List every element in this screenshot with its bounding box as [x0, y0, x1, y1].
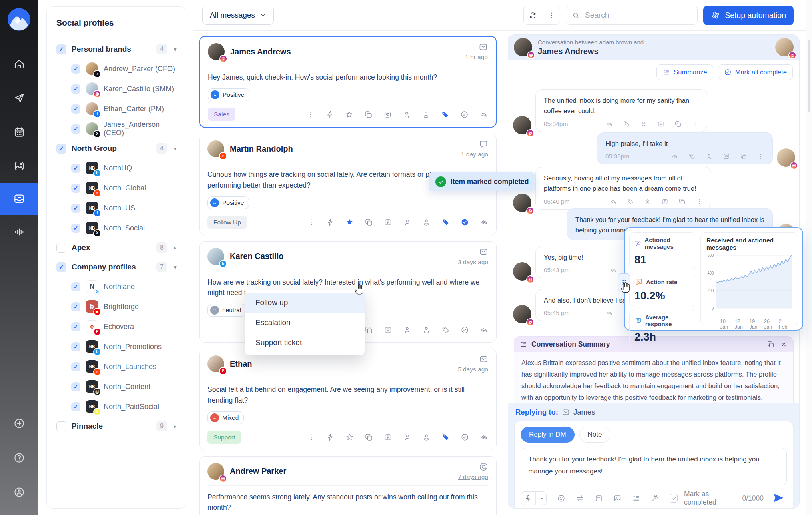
person-action-icon[interactable]	[706, 153, 713, 160]
bolt-action-icon[interactable]	[326, 218, 335, 226]
menu-item-escalation[interactable]: Escalation	[245, 313, 365, 333]
profile-item-row[interactable]: ✓ NB@ North_Content	[56, 377, 178, 397]
refresh-button[interactable]	[524, 6, 542, 24]
template-icon[interactable]	[632, 494, 640, 503]
profile-checkbox[interactable]: ✓	[71, 184, 80, 193]
message-time[interactable]: 7 days ago	[458, 473, 488, 481]
profile-checkbox[interactable]: ✓	[71, 124, 80, 134]
profile-item-row[interactable]: ✓ eP Echovera	[56, 317, 178, 337]
profile-item-row[interactable]: ✓ ♪ Andrew_Parker (CFO)	[56, 59, 178, 79]
group-checkbox[interactable]: ✓	[56, 262, 66, 272]
reply-action-icon[interactable]	[480, 218, 488, 226]
nav-inbox-icon[interactable]	[0, 183, 38, 215]
nav-publish-icon[interactable]	[0, 81, 38, 115]
star-action-icon[interactable]	[345, 110, 353, 119]
copy-action-icon[interactable]	[365, 433, 373, 441]
bolt-action-icon[interactable]	[326, 110, 334, 119]
profile-checkbox[interactable]: ✓	[71, 204, 80, 213]
tag-action-icon[interactable]	[441, 218, 450, 226]
group-caret-icon[interactable]: ▸	[172, 423, 178, 429]
tab-reply-in-dm[interactable]: Reply in DM	[521, 427, 575, 443]
kebab-action-icon[interactable]	[307, 110, 315, 119]
menu-item-follow-up[interactable]: Follow up	[245, 293, 365, 313]
reply-action-icon[interactable]	[480, 326, 488, 334]
group-caret-icon[interactable]: ▾	[172, 264, 178, 270]
profile-item-row[interactable]: ✓ NBr North_Global	[56, 178, 178, 198]
reply-action-icon[interactable]	[610, 267, 617, 274]
profile-checkbox[interactable]: ✓	[71, 322, 80, 331]
reply-action-icon[interactable]	[480, 433, 488, 441]
profile-checkbox[interactable]: ✓	[71, 302, 80, 311]
hashtag-icon[interactable]	[576, 494, 584, 503]
checkc-action-icon[interactable]	[461, 326, 469, 334]
menu-item-support-ticket[interactable]: Support ticket	[245, 333, 365, 353]
profile-checkbox[interactable]: ✓	[71, 84, 80, 94]
abot-action-icon[interactable]	[384, 326, 392, 334]
message-time[interactable]: 5 days ago	[458, 366, 488, 373]
tag-action-icon[interactable]	[627, 198, 634, 205]
mark-completed-checkbox[interactable]	[670, 494, 678, 503]
reply-action-icon[interactable]	[606, 309, 613, 317]
kebab-action-icon[interactable]	[757, 153, 764, 160]
profile-item-row[interactable]: ✓ NBX North_Social	[56, 218, 178, 238]
group-checkbox[interactable]: ✓	[56, 144, 66, 154]
group-caret-icon[interactable]: ▾	[172, 46, 178, 52]
profile-checkbox[interactable]: ✓	[71, 64, 80, 74]
checkc-action-icon[interactable]	[461, 433, 469, 441]
copy-action-icon[interactable]	[365, 218, 373, 226]
profile-group-row[interactable]: Apex 8 ▸	[56, 238, 178, 257]
profile-group-row[interactable]: ✓ Personal brands 4 ▾	[56, 40, 178, 59]
reply-input[interactable]: Thank you for your feedback! I'm glad to…	[521, 448, 787, 485]
profile-group-row[interactable]: ✓ Company profiles 7 ▾	[56, 257, 178, 277]
kebab-action-icon[interactable]	[696, 198, 703, 205]
message-card[interactable]: James Andrews 1 hr ago Hey James, quick …	[199, 36, 497, 128]
profile-item-row[interactable]: ✓ X James_Anderson (CEO)	[56, 119, 178, 139]
group-checkbox[interactable]: ✓	[56, 44, 66, 54]
nav-home-icon[interactable]	[0, 47, 38, 81]
kebab-action-icon[interactable]	[307, 433, 315, 441]
emoji-icon[interactable]	[557, 494, 565, 503]
group-checkbox[interactable]	[56, 243, 66, 253]
magic-wand-icon[interactable]	[651, 494, 659, 503]
nav-media-icon[interactable]	[0, 149, 38, 183]
person2-action-icon[interactable]	[422, 326, 431, 334]
abot-action-icon[interactable]	[723, 153, 730, 160]
bolt-action-icon[interactable]	[326, 433, 335, 441]
abot-action-icon[interactable]	[383, 110, 392, 119]
profile-checkbox[interactable]: ✓	[71, 342, 80, 351]
send-button[interactable]	[770, 491, 787, 505]
profile-item-row[interactable]: ✓ NBb North_Promotions	[56, 337, 178, 357]
profile-group-row[interactable]: ✓ North Group 4 ▾	[56, 139, 178, 158]
tag-action-icon[interactable]	[623, 120, 630, 128]
tag-action-icon[interactable]	[688, 153, 696, 160]
setup-automation-button[interactable]: Setup automation	[703, 6, 794, 25]
create-button[interactable]	[0, 406, 38, 441]
copy-action-icon[interactable]	[364, 110, 373, 119]
copy-action-icon[interactable]	[678, 198, 686, 205]
message-card[interactable]: Andrew Parker 7 days ago Performance see…	[199, 456, 497, 515]
tab-note[interactable]: Note	[579, 427, 610, 443]
image-icon[interactable]	[613, 494, 622, 503]
message-time[interactable]: 1 hr ago	[465, 54, 488, 61]
checkc-action-icon[interactable]	[460, 110, 469, 119]
tag-action-icon[interactable]	[441, 326, 450, 334]
person-action-icon[interactable]	[640, 120, 647, 128]
scrollbar-thumb[interactable]	[808, 40, 810, 112]
more-options-button[interactable]	[542, 6, 560, 24]
profile-checkbox[interactable]: ✓	[71, 224, 80, 233]
person-action-icon[interactable]	[644, 198, 651, 205]
person-action-icon[interactable]	[403, 433, 411, 441]
message-time[interactable]: 1 day ago	[461, 151, 488, 158]
profile-item-row[interactable]: ✓ NBb NorthHQ	[56, 158, 178, 178]
profile-item-row[interactable]: ✓ NBr North_Launches	[56, 357, 178, 377]
abot-action-icon[interactable]	[384, 218, 392, 226]
group-caret-icon[interactable]: ▾	[172, 145, 178, 152]
profile-checkbox[interactable]: ✓	[71, 104, 80, 114]
reply-action-icon[interactable]	[479, 110, 488, 119]
copy-icon[interactable]	[767, 341, 774, 348]
group-checkbox[interactable]	[56, 421, 66, 431]
close-icon[interactable]	[780, 341, 788, 348]
abot-action-icon[interactable]	[384, 433, 392, 441]
profile-item-row[interactable]: ✓ NBS North_PaidSocial	[56, 397, 178, 417]
label-tag[interactable]: Sales	[208, 108, 235, 121]
